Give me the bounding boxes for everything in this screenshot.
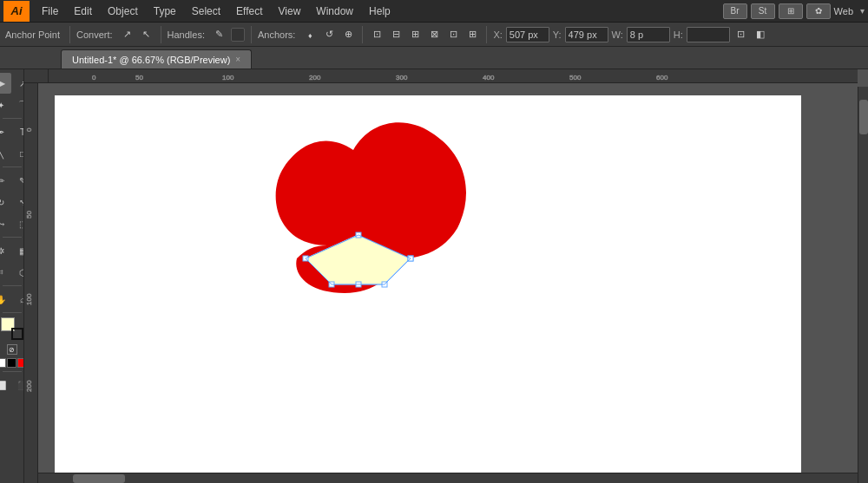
app-logo: Ai [3, 1, 30, 22]
magic-wand-tool[interactable]: ✦ [0, 95, 11, 115]
handles-icon1[interactable]: ✎ [212, 27, 227, 42]
direct-select-tool[interactable]: ↗ [12, 73, 24, 94]
lasso-tool[interactable]: ⌒ [12, 95, 24, 115]
sep-tools-6 [3, 371, 22, 372]
anchors-icon2[interactable]: ↺ [321, 27, 337, 42]
color-option-black[interactable] [7, 358, 16, 368]
anchor-point-label: Anchor Point [5, 29, 60, 40]
paintbrush-tool[interactable]: ✏ [0, 170, 11, 191]
symbol-tool[interactable]: ✲ [0, 240, 11, 261]
svg-text:50: 50 [135, 74, 143, 82]
sep-tools-5 [3, 312, 22, 313]
svg-text:0: 0 [25, 127, 33, 132]
grid-button[interactable]: ⊞ [779, 3, 803, 19]
view-normal[interactable]: ⬜ [0, 375, 11, 395]
column-chart-tool[interactable]: ▦ [12, 240, 24, 261]
opacity-icon[interactable]: ◧ [753, 27, 768, 42]
menu-effect[interactable]: Effect [229, 3, 269, 19]
none-color[interactable]: ⊘ [7, 344, 17, 355]
menu-edit[interactable]: Edit [67, 3, 99, 19]
view-screen[interactable]: ⬛ [12, 375, 24, 395]
sep-tools-2 [3, 166, 22, 167]
tab-bar: Untitled-1* @ 66.67% (RGB/Preview) × [0, 47, 868, 69]
main-area: ▶ ↗ ✦ ⌒ ✒ T ╲ □ ✏ ✎ ↻ ⤡ ⤳ ⬚ ✲ [0, 69, 868, 483]
tool-group-symbol: ✲ ▦ [0, 240, 24, 261]
warp-tool[interactable]: ⤳ [0, 213, 11, 234]
color-option-white[interactable] [0, 358, 6, 368]
anchors-icon3[interactable]: ⊕ [340, 27, 356, 42]
w-input[interactable] [627, 27, 670, 42]
svg-text:300: 300 [396, 74, 408, 82]
stroke-color[interactable] [11, 328, 23, 340]
h-scroll-thumb[interactable] [73, 474, 125, 483]
ruler-horizontal: 0 50 100 200 300 400 500 600 [49, 69, 858, 83]
align-bottom-icon[interactable]: ⊞ [464, 27, 480, 42]
align-top-icon[interactable]: ⊠ [426, 27, 442, 42]
scale-tool[interactable]: ⤡ [12, 192, 24, 212]
zoom-tool[interactable]: ⌕ [12, 289, 24, 310]
sep5 [486, 26, 487, 43]
svg-text:100: 100 [222, 74, 234, 82]
align-right-icon[interactable]: ⊞ [407, 27, 423, 42]
color-option-red[interactable] [17, 358, 24, 368]
canvas-area: 0 50 100 200 300 400 500 600 0 50 100 20… [24, 69, 868, 483]
slice-tool[interactable]: ⌗ [0, 262, 11, 283]
x-label: X: [493, 29, 502, 40]
menu-select[interactable]: Select [185, 3, 227, 19]
tool-group-rotate: ↻ ⤡ [0, 192, 24, 212]
selection-tool[interactable]: ▶ [0, 73, 11, 94]
sep-tools-4 [3, 285, 22, 286]
menu-object[interactable]: Object [101, 3, 145, 19]
anchors-icon[interactable]: ⬧ [302, 27, 318, 42]
sep3 [251, 26, 252, 43]
handles-label: Handles: [168, 29, 205, 40]
ruler-h-marks: 0 50 100 200 300 400 500 600 [49, 69, 858, 83]
menu-view[interactable]: View [272, 3, 308, 19]
svg-text:200: 200 [309, 74, 321, 82]
workspace-arrow[interactable]: ▾ [860, 6, 865, 16]
type-tool[interactable]: T [12, 121, 24, 142]
tab-close-button[interactable]: × [235, 55, 240, 64]
illustration [258, 107, 501, 332]
pen-tool[interactable]: ✒ [0, 121, 11, 142]
rotate-tool[interactable]: ↻ [0, 192, 11, 212]
align-center-h-icon[interactable]: ⊟ [388, 27, 404, 42]
stock-button[interactable]: St [751, 3, 775, 19]
sep1 [69, 26, 70, 43]
scroll-thumb[interactable] [859, 100, 868, 134]
menu-help[interactable]: Help [362, 3, 398, 19]
align-left-icon[interactable]: ⊡ [369, 27, 385, 42]
kuler-button[interactable]: ✿ [806, 3, 831, 19]
convert-smooth-icon[interactable]: ↗ [120, 27, 135, 42]
right-scrollbar[interactable] [858, 87, 868, 483]
menu-file[interactable]: File [35, 3, 65, 19]
line-tool[interactable]: ╲ [0, 143, 11, 164]
y-input[interactable]: 479 px [565, 27, 608, 42]
sep-tools-1 [3, 118, 22, 119]
bottom-scrollbar[interactable] [38, 473, 858, 483]
hand-tool[interactable]: ✋ [0, 289, 11, 310]
h-input[interactable] [687, 27, 730, 42]
bridge-button[interactable]: Br [723, 3, 747, 19]
svg-text:400: 400 [483, 74, 495, 82]
document-tab[interactable]: Untitled-1* @ 66.67% (RGB/Preview) × [61, 49, 252, 69]
ruler-vertical: 0 50 100 200 [24, 83, 38, 483]
tool-group-slice: ⌗ ⬡ [0, 262, 24, 283]
handles-color-box[interactable] [231, 28, 245, 42]
tool-group-warp: ⤳ ⬚ [0, 213, 24, 234]
tool-group-hand: ✋ ⌕ [0, 289, 24, 310]
tool-group-view: ⬜ ⬛ [0, 375, 24, 395]
convert-corner-icon[interactable]: ↖ [139, 27, 155, 42]
x-input[interactable]: 507 px [506, 27, 549, 42]
menu-window[interactable]: Window [309, 3, 360, 19]
eraser-tool[interactable]: ⬡ [12, 262, 24, 283]
more-options-icon[interactable]: ⊡ [733, 27, 749, 42]
free-transform-tool[interactable]: ⬚ [12, 213, 24, 234]
menu-type[interactable]: Type [147, 3, 183, 19]
y-label: Y: [553, 29, 562, 40]
svg-text:50: 50 [25, 211, 33, 219]
rect-tool[interactable]: □ [12, 143, 24, 164]
pencil-tool[interactable]: ✎ [12, 170, 24, 191]
tool-group-paint: ✏ ✎ [0, 170, 24, 191]
align-center-v-icon[interactable]: ⊡ [445, 27, 461, 42]
